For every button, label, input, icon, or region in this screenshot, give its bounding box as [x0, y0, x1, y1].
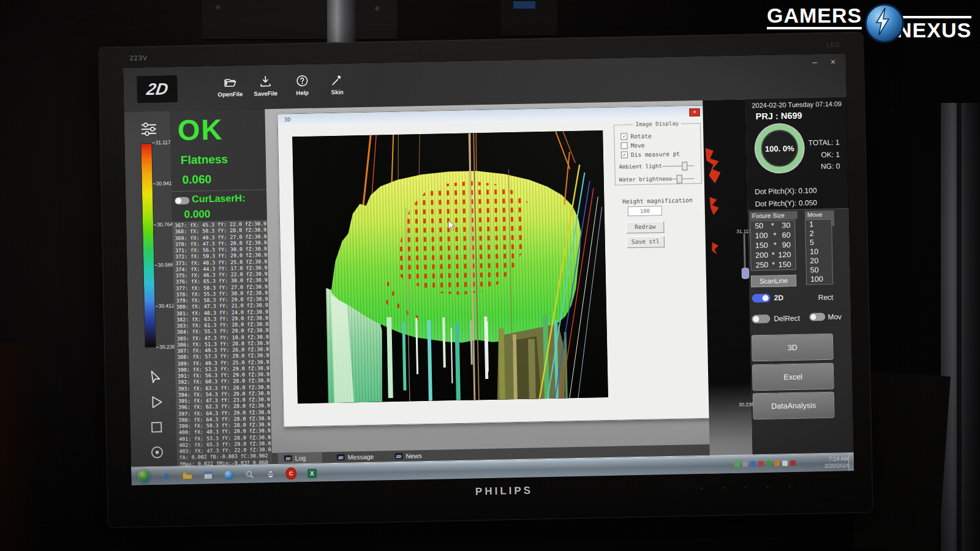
move-step-value[interactable]: 100: [807, 275, 832, 285]
rotate-checkbox-row[interactable]: ✓ Rotate: [620, 133, 652, 140]
close-button[interactable]: ×: [826, 56, 840, 67]
stop-scan-button[interactable]: [148, 419, 165, 436]
app-logo-glyph: 2D: [145, 80, 169, 99]
tray-safely-remove-icon[interactable]: [790, 460, 796, 466]
cur-laser-toggle[interactable]: [175, 197, 189, 204]
move-step-value[interactable]: 50: [807, 266, 832, 276]
measurement-log-list[interactable]: 367: fX: 45.3 fY: 22.0 fZ:30.912368: fX:…: [172, 220, 272, 468]
tray-network-icon[interactable]: [750, 461, 756, 467]
3d-button[interactable]: 3D: [752, 334, 834, 362]
excel-icon[interactable]: X: [306, 468, 317, 479]
fixture-size-row[interactable]: 100 * 60: [750, 230, 794, 241]
target-tool-button[interactable]: [149, 444, 165, 461]
show-desktop-button[interactable]: [848, 453, 854, 471]
tab-log[interactable]: 2D Log: [278, 452, 322, 463]
fixture-height: 30: [782, 220, 790, 230]
taskbar-clock[interactable]: 7:14 AM 2/20/2024: [799, 455, 849, 470]
move-step-value[interactable]: 1: [805, 220, 831, 230]
fixture-size-row[interactable]: 250 * 150: [751, 260, 795, 270]
tray-volume-mute-icon[interactable]: [758, 461, 764, 467]
redraw-button[interactable]: Redraw: [626, 221, 664, 233]
water-brightness-thumb[interactable]: [677, 175, 682, 184]
ambient-light-thumb[interactable]: [682, 162, 687, 170]
app-logo: 2D: [137, 75, 178, 103]
help-button[interactable]: Help: [284, 73, 320, 105]
magnifier-icon[interactable]: [244, 469, 255, 480]
tab-log-label: Log: [295, 454, 306, 462]
osd-buttons[interactable]: [701, 485, 805, 490]
open-file-button[interactable]: OpenFile: [212, 75, 248, 107]
fixture-size-row[interactable]: 200 * 120: [751, 250, 795, 260]
move-step-value[interactable]: 10: [806, 247, 832, 257]
system-tray[interactable]: [734, 460, 796, 467]
tray-message-icon[interactable]: [742, 461, 748, 467]
mov-toggle[interactable]: [809, 313, 825, 321]
blue-fitting: [513, 1, 535, 9]
fixture-size-header: Fixture Size: [750, 211, 797, 220]
save-file-button[interactable]: SaveFile: [247, 75, 284, 106]
fixture-size-row[interactable]: 50 * 30: [750, 220, 794, 231]
render-artifact: [706, 148, 721, 183]
save-stl-button[interactable]: Save stl: [627, 236, 665, 248]
water-brightness-slider[interactable]: [663, 178, 695, 179]
render-artifact: [709, 197, 719, 215]
bench-frame: [202, 0, 397, 40]
scanline-button[interactable]: ScanLine: [751, 275, 796, 287]
download-icon: [258, 75, 272, 88]
delrect-toggle[interactable]: [752, 315, 770, 324]
tab-news[interactable]: 2D News: [388, 450, 428, 462]
scanner-gear-icon[interactable]: C: [285, 468, 296, 479]
height-magnification-input[interactable]: [628, 206, 662, 216]
start-button[interactable]: [137, 470, 151, 483]
internet-explorer-icon[interactable]: e: [160, 470, 172, 481]
2d-toggle[interactable]: [752, 294, 771, 303]
data-analysis-button[interactable]: DataAnalysis: [753, 392, 835, 420]
minimize-button[interactable]: –: [808, 56, 821, 67]
browser-sphere-icon[interactable]: [223, 469, 234, 480]
2d-toggle-label: 2D: [774, 293, 784, 302]
move-checkbox-row[interactable]: Move: [621, 142, 645, 149]
skin-button[interactable]: Skin: [319, 73, 355, 104]
app-mini-logo-icon: 2D: [337, 454, 345, 460]
tray-alert-icon[interactable]: [774, 460, 780, 466]
move-checkbox[interactable]: [621, 142, 628, 149]
slider-bottom-label: 30.236: [739, 402, 754, 407]
dis-measure-checkbox-row[interactable]: ✓ Dis measure pt: [621, 151, 680, 159]
dot-pitch-x: Dot Pitch(X): 0.100: [755, 186, 817, 196]
move-step-value[interactable]: 20: [806, 257, 832, 266]
run-scan-button[interactable]: [148, 394, 165, 411]
media-app-icon[interactable]: [202, 470, 213, 481]
excel-button[interactable]: Excel: [752, 363, 834, 391]
fixture-height: 150: [778, 260, 791, 269]
display-settings-button[interactable]: [139, 121, 159, 138]
dis-measure-checkbox[interactable]: ✓: [621, 151, 628, 158]
move-step-value[interactable]: 5: [806, 238, 832, 248]
yield-gauge: 100. 0%: [755, 124, 804, 173]
fixture-width: 200: [755, 250, 768, 260]
pointer-tool-button[interactable]: [148, 369, 164, 385]
rotate-checkbox[interactable]: ✓: [620, 133, 627, 140]
height-magnification-label: Height magnification: [611, 197, 704, 205]
height-range-thumb[interactable]: [742, 268, 749, 279]
move-step-list[interactable]: 125102050100: [805, 219, 833, 285]
render-artifact: [712, 242, 718, 254]
tray-antivirus-icon[interactable]: [766, 461, 772, 467]
scan-3d-canvas[interactable]: [292, 130, 608, 403]
tray-speaker-icon[interactable]: [782, 460, 788, 466]
image-display-group: Image Display ✓ Rotate Move ✓ Dis measur…: [614, 123, 702, 186]
tab-news-label: News: [405, 452, 422, 460]
colorbar-tick-label: 30.941: [153, 180, 172, 187]
tab-message[interactable]: 2D Message: [331, 451, 380, 463]
nexus-wordmark: NEXUS: [897, 16, 971, 40]
cursor-arrow-icon: [148, 369, 164, 385]
move-step-value[interactable]: 2: [805, 229, 831, 239]
cur-laser-label: CurLaserH:: [192, 193, 245, 205]
printer-icon[interactable]: [265, 468, 276, 479]
fixture-size-list[interactable]: 50 * 30 100 * 60 150 *: [750, 220, 796, 271]
ambient-light-slider[interactable]: [662, 165, 694, 167]
tray-update-icon[interactable]: [734, 462, 740, 467]
folder-icon[interactable]: [181, 470, 192, 481]
fixture-size-row[interactable]: 150 * 90: [751, 240, 795, 250]
viewer-close-button[interactable]: ×: [689, 108, 699, 116]
fixture-separator: *: [774, 240, 777, 250]
